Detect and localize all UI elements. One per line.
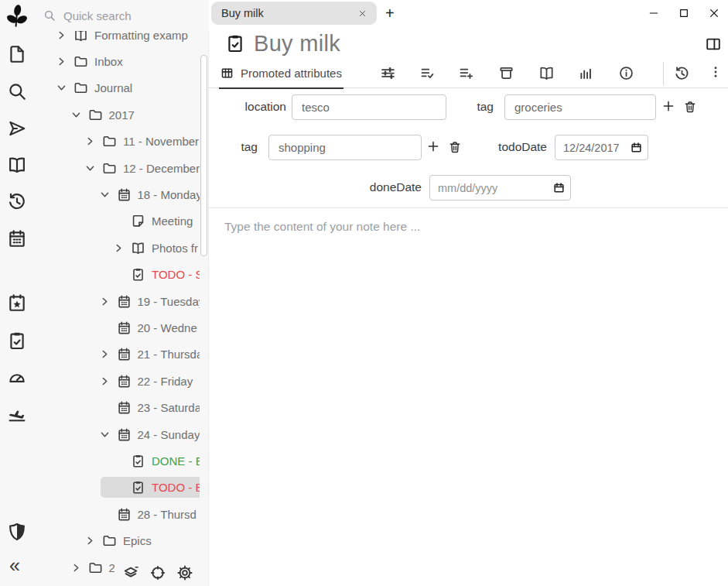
tree-item[interactable]: 11 - November [35,129,200,155]
target-icon[interactable] [149,564,166,581]
attr-input-tag2[interactable] [268,135,422,160]
tree-item[interactable]: 18 - Monday [35,181,200,207]
delete-attribute-icon[interactable] [448,140,462,154]
open-book-icon[interactable] [7,155,27,175]
clipboard-check-icon[interactable] [7,331,27,351]
tree-item[interactable]: Meeting [35,208,200,235]
tree-item[interactable]: Epics [35,527,200,553]
tree-item[interactable]: Journal [35,75,200,101]
table-grid-icon [220,67,234,80]
chevron-icon[interactable] [99,375,111,387]
chevron-icon[interactable] [84,163,96,174]
note-type-icon [117,294,132,309]
attr-label-tag1: tag [439,100,494,114]
chevron-icon[interactable] [99,189,111,200]
calendar-icon[interactable] [7,228,27,248]
chevron-icon[interactable] [99,348,111,360]
plane-icon[interactable] [7,404,27,424]
list-plus-icon[interactable] [458,65,475,82]
chevron-icon[interactable] [99,429,111,440]
list-check-icon[interactable] [419,65,436,82]
tree-item-label: 18 - Monday [138,188,200,201]
chevron-icon[interactable] [70,109,82,121]
paper-plane-icon[interactable] [7,118,27,139]
sliders-icon[interactable] [380,65,397,82]
tree-item[interactable]: TODO - B [35,475,200,501]
tree-item[interactable]: Photos fr [35,235,200,261]
calendar-star-icon[interactable] [7,293,27,313]
split-pane-icon[interactable] [705,36,722,53]
gauge-icon[interactable] [7,368,27,388]
layers-icon[interactable] [122,564,139,581]
tree-item[interactable]: TODO - S [35,262,200,288]
note-type-icon [102,134,117,149]
minimize-icon[interactable] [648,7,660,19]
open-book-icon[interactable] [538,65,555,82]
tree-item-label: Inbox [94,55,123,68]
donedate-input[interactable] [429,175,571,200]
chevron-icon[interactable] [56,56,67,67]
collapse-tree-button[interactable]: « [9,556,20,575]
tree-item[interactable]: 12 - December [35,155,200,181]
history-clock-icon[interactable] [7,191,27,211]
tree-scrollbar[interactable] [200,55,207,256]
tree-footer-bar [114,559,201,586]
maximize-icon[interactable] [678,7,690,19]
tree-item[interactable]: 24 - Sunday [35,421,200,447]
chevron-icon[interactable] [113,242,125,254]
note-type-icon [102,161,117,176]
delete-attribute-icon[interactable] [683,100,697,114]
tree-item-label: 24 - Sunday [138,428,200,441]
search-icon[interactable] [7,81,27,101]
history-clock-icon[interactable] [674,65,691,82]
tree-item-label: Photos fr [152,242,198,255]
new-tab-button[interactable]: + [385,3,395,23]
tree-item-label: 11 - November [123,135,199,148]
note-tree: Formatting examp Inbox Journal 2017 [35,22,200,586]
calendar-picker-icon[interactable] [631,142,642,153]
tab-promoted-attributes[interactable]: Promoted attributes [219,58,343,89]
chevron-icon[interactable] [84,535,96,547]
note-type-icon [88,108,103,122]
tab-label: Buy milk [221,7,264,19]
note-title[interactable]: Buy milk [254,31,340,57]
note-type-icon [131,454,145,468]
quick-search[interactable]: Quick search [35,0,209,31]
tree-item[interactable]: 21 - Thursda [35,341,200,368]
archive-box-icon[interactable] [498,65,515,82]
quick-search-placeholder: Quick search [63,9,132,22]
note-type-icon [117,320,132,335]
shield-icon[interactable] [7,522,27,542]
close-window-icon[interactable] [708,7,720,19]
tree-item[interactable]: 28 - Thursd [35,501,200,527]
add-attribute-icon[interactable] [426,139,440,153]
gear-icon[interactable] [176,564,193,581]
info-circle-icon[interactable] [618,65,635,82]
attr-date-donedate[interactable] [429,175,571,200]
attr-date-tododate[interactable] [555,135,648,160]
note-type-icon [131,241,145,255]
note-content-placeholder[interactable]: Type the content of your note here ... [224,220,420,234]
tree-item[interactable]: 20 - Wedne [35,314,200,341]
chevron-icon[interactable] [70,562,82,574]
kebab-menu-icon[interactable] [709,65,718,82]
tree-item[interactable]: DONE - E [35,447,200,474]
tree-item[interactable]: Inbox [35,48,200,74]
bar-chart-icon[interactable] [578,65,595,82]
tree-item[interactable]: 2017 [35,101,200,128]
tree-item[interactable]: 23 - Saturda [35,394,200,420]
add-attribute-icon[interactable] [661,99,675,113]
attr-label-donedate: doneDate [360,180,422,194]
chevron-icon[interactable] [84,135,96,147]
chevron-icon[interactable] [56,82,67,94]
chevron-icon[interactable] [99,296,111,307]
attr-input-location[interactable] [292,94,446,120]
note-type-icon [117,400,132,415]
new-note-icon[interactable] [7,44,27,64]
close-tab-icon[interactable] [358,9,367,18]
calendar-picker-icon[interactable] [553,182,565,194]
tab-buy-milk[interactable]: Buy milk [211,2,377,25]
tree-item[interactable]: 19 - Tuesday [35,288,200,314]
tree-item[interactable]: 22 - Friday [35,368,200,394]
attr-input-tag1[interactable] [504,94,656,120]
